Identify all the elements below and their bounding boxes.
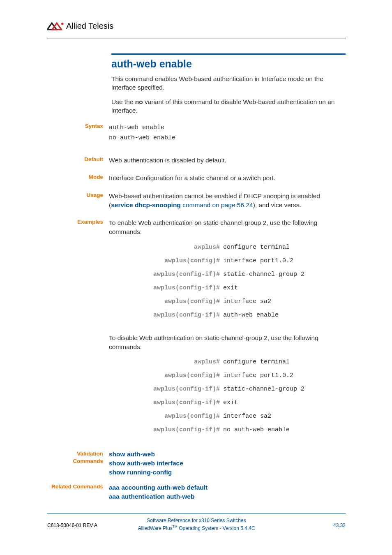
command-table-1: awplus#configure terminal awplus(config)… bbox=[142, 243, 346, 319]
label-examples: Examples bbox=[47, 218, 109, 225]
label-related-commands: Related Commands bbox=[47, 483, 109, 490]
label-mode: Mode bbox=[47, 173, 109, 180]
brand-logo: Allied Telesis bbox=[47, 21, 113, 31]
default-text: Web authentication is disabled by defaul… bbox=[109, 156, 346, 165]
footer-page-number: 43.33 bbox=[333, 517, 346, 528]
title-rule bbox=[111, 53, 346, 55]
command-table-2: awplus#configure terminal awplus(config)… bbox=[142, 358, 346, 434]
link-service-dhcp-snooping[interactable]: service dhcp-snooping bbox=[111, 201, 181, 208]
link-aaa-accounting-auth-web-default[interactable]: aaa accounting auth-web default bbox=[109, 483, 346, 492]
examples-block: To enable Web authentication on static-c… bbox=[109, 218, 346, 439]
label-usage: Usage bbox=[47, 192, 109, 198]
footer-title-1: Software Reference for x310 Series Switc… bbox=[138, 517, 255, 524]
label-default: Default bbox=[47, 156, 109, 162]
logo-text: Allied Telesis bbox=[66, 21, 113, 31]
link-show-auth-web-interface[interactable]: show auth-web interface bbox=[109, 459, 346, 468]
intro-paragraph-1: This command enables Web-based authentic… bbox=[111, 75, 346, 92]
usage-text: Web-based authentication cannot be enabl… bbox=[109, 192, 346, 209]
command-title: auth-web enable bbox=[111, 58, 346, 70]
intro-paragraph-2: Use the no variant of this command to di… bbox=[111, 98, 346, 115]
syntax-block: auth-web enable no auth-web enable bbox=[109, 123, 346, 143]
link-aaa-authentication-auth-web[interactable]: aaa authentication auth-web bbox=[109, 492, 346, 501]
footer-doc-id: C613-50046-01 REV A bbox=[47, 517, 97, 528]
link-show-auth-web[interactable]: show auth-web bbox=[109, 450, 346, 459]
label-validation-commands: Validation Commands bbox=[47, 450, 109, 465]
svg-point-2 bbox=[61, 23, 64, 25]
mode-text: Interface Configuration for a static cha… bbox=[109, 173, 346, 183]
link-page-ref[interactable]: command on page 56.24 bbox=[181, 201, 253, 208]
label-syntax: Syntax bbox=[47, 123, 109, 129]
example-intro-1: To enable Web authentication on static-c… bbox=[109, 218, 346, 236]
page-footer: C613-50046-01 REV A Software Reference f… bbox=[47, 513, 346, 532]
example-intro-2: To disable Web authentication on static-… bbox=[109, 333, 346, 351]
link-show-running-config[interactable]: show running-config bbox=[109, 468, 346, 477]
footer-title-2: AlliedWare PlusTM Operating System - Ver… bbox=[138, 524, 255, 532]
header-rule bbox=[47, 39, 346, 39]
logo-icon bbox=[47, 22, 64, 31]
